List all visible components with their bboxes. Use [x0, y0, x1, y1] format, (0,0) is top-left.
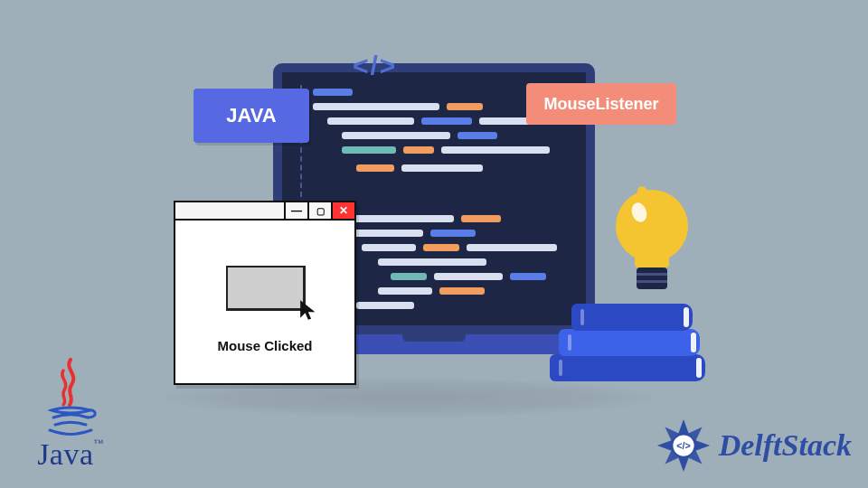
code-token [342, 132, 450, 139]
book [550, 354, 705, 381]
code-token [378, 258, 486, 266]
code-token [430, 230, 476, 237]
mouselistener-badge-label: MouseListener [543, 95, 658, 114]
code-token [447, 103, 483, 110]
code-token [378, 287, 432, 295]
code-token [467, 244, 557, 251]
java-logo-text: Java [37, 437, 93, 471]
code-token [510, 273, 546, 280]
java-badge: JAVA [193, 89, 309, 143]
code-token [439, 287, 485, 295]
code-token [434, 273, 503, 280]
java-badge-label: JAVA [226, 104, 276, 127]
delftstack-mark-icon: </> [656, 418, 712, 474]
code-token [313, 89, 353, 96]
sample-window: — ▢ ✕ Mouse Clicked [174, 201, 356, 385]
svg-text:</>: </> [676, 440, 690, 451]
book [571, 304, 693, 331]
window-body: Mouse Clicked [175, 221, 354, 383]
java-logo: Java™ [16, 358, 125, 472]
window-titlebar: — ▢ ✕ [175, 202, 354, 221]
code-token [461, 215, 501, 222]
java-cup-icon [39, 358, 102, 436]
window-status-label: Mouse Clicked [175, 338, 354, 353]
illustration-stage: </> JAVA MouseListener — ▢ ✕ [0, 0, 868, 488]
mouselistener-badge: MouseListener [526, 83, 676, 125]
code-token [403, 146, 434, 154]
code-token [356, 164, 394, 172]
delftstack-logo: </> DelftStack [656, 418, 852, 474]
bulb-base [637, 267, 667, 289]
window-minimize-button[interactable]: — [284, 202, 307, 219]
code-token [423, 244, 459, 251]
code-token [458, 132, 497, 139]
window-maximize-button[interactable]: ▢ [307, 202, 331, 219]
code-token [441, 146, 550, 154]
code-token [401, 164, 483, 172]
clickable-button[interactable] [226, 266, 306, 311]
code-token [342, 146, 396, 154]
code-tag-icon: </> [353, 51, 397, 81]
book [559, 329, 700, 356]
code-token [313, 103, 439, 110]
code-token [421, 117, 472, 125]
code-token [362, 244, 416, 251]
code-token [356, 302, 414, 309]
lightbulb-icon [611, 190, 693, 307]
window-close-button[interactable]: ✕ [331, 202, 354, 219]
code-token [327, 117, 414, 125]
java-logo-trademark: ™ [94, 437, 104, 448]
delftstack-logo-text: DelftStack [719, 428, 852, 463]
code-token [391, 273, 427, 280]
books-icon [542, 298, 714, 385]
